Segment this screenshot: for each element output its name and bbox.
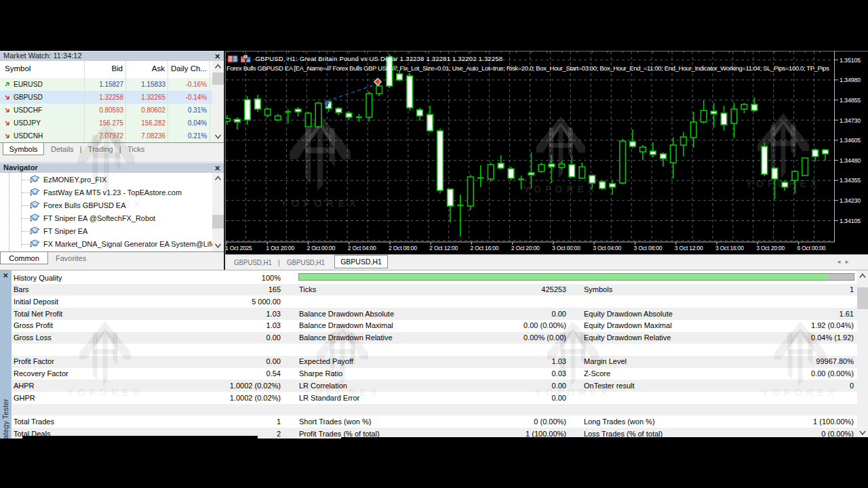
svg-text:2 Oct 20:00: 2 Oct 20:00 [511,245,540,251]
svg-text:1.34355: 1.34355 [840,177,861,184]
svg-text:Forex Bulls GBPUSD EA [EA_Name: Forex Bulls GBPUSD EA [EA_Name=/// Forex… [226,64,829,72]
svg-text:YOFOREX: YOFOREX [280,197,360,209]
svg-text:3 Oct 20:00: 3 Oct 20:00 [756,245,785,251]
svg-text:1.35105: 1.35105 [840,57,861,64]
svg-text:1.34855: 1.34855 [840,97,861,104]
svg-text:1 Oct 20:00: 1 Oct 20:00 [266,245,294,251]
svg-text:6 Oct 00:00: 6 Oct 00:00 [797,245,826,251]
svg-text:1.34105: 1.34105 [840,218,861,224]
svg-text:2 Oct 08:00: 2 Oct 08:00 [389,245,417,251]
svg-text:3 Oct 12:00: 3 Oct 12:00 [675,245,703,251]
svg-text:3 Oct 08:00: 3 Oct 08:00 [634,245,663,251]
svg-text:2 Oct 00:00: 2 Oct 00:00 [307,245,336,251]
svg-text:1.34230: 1.34230 [840,197,861,204]
svg-text:1 Oct 2025: 1 Oct 2025 [225,245,252,251]
svg-text:GBPUSD, H1: Great Britain Pou: GBPUSD, H1: Great Britain Pound vs US Do… [256,55,503,62]
svg-text:1.34480: 1.34480 [840,157,861,164]
svg-text:2 Oct 12:00: 2 Oct 12:00 [429,245,458,251]
svg-text:1.34605: 1.34605 [840,137,861,144]
svg-text:2 Oct 16:00: 2 Oct 16:00 [471,245,499,251]
svg-text:YOFOREX: YOFOREX [524,184,598,195]
svg-text:3 Oct 16:00: 3 Oct 16:00 [715,245,744,251]
svg-text:3 Oct 04:00: 3 Oct 04:00 [593,245,621,251]
svg-text:3 Oct 00:00: 3 Oct 00:00 [552,245,580,251]
svg-text:1.34730: 1.34730 [840,117,861,124]
svg-text:1.34980: 1.34980 [840,77,861,83]
svg-text:2 Oct 04:00: 2 Oct 04:00 [348,245,376,251]
